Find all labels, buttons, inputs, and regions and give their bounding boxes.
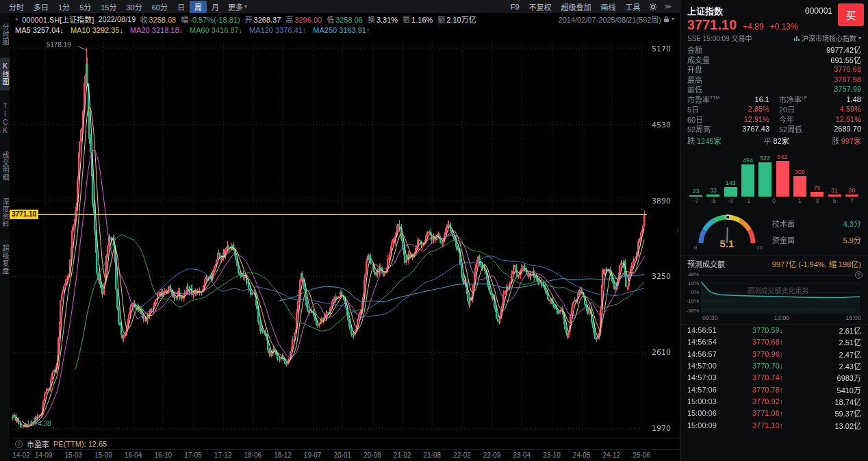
x-axis-date: 24-12 (600, 451, 623, 459)
gauge-min-label: 0 (694, 245, 697, 251)
tick-time: 15:00:06 (687, 409, 752, 417)
distribution-axis-label: -7 (690, 197, 702, 204)
distribution-bar: 30 (843, 187, 860, 197)
tick-row: 14:57:033770.74↑6983万 (687, 372, 861, 384)
tick-amount: 13.02亿 (834, 420, 861, 431)
ohlc-field: 额2.10万亿 (437, 14, 476, 25)
help-icon[interactable]: ? (15, 440, 23, 448)
tab-super-replay[interactable]: 超级复盘 (0, 240, 10, 279)
ohlc-field: 高3296.00 (285, 14, 322, 25)
forecast-trend-chart: 38%19%0%-19%-38% 预测成交额变化走势 ? 09:3013:001… (680, 270, 868, 321)
toolbar-item[interactable]: F9 (506, 3, 524, 11)
gauge-score: 5.1 (720, 238, 735, 249)
x-axis-date: 18-06 (241, 451, 264, 459)
distribution-bar: 522 (756, 155, 774, 197)
tick-price: 3770.70↓ (752, 362, 807, 370)
trading-app: 分时多日1分5分15分30分60分日周月 更多 ▾ F9不复权超级叠加画线工具 … (0, 0, 868, 461)
collapse-chart-icon[interactable]: › (676, 225, 679, 234)
bar-value-label: 30 (848, 187, 855, 194)
period-tab[interactable]: 1分 (53, 1, 75, 13)
stat-row: 60日12.91%今年12.51% (680, 114, 868, 125)
tick-amount: 2.51亿 (839, 336, 861, 347)
tab-trade-details[interactable]: 成交明细 (0, 147, 10, 186)
tick-list[interactable]: 14:56:513770.59↓2.61亿14:56:543770.68↑2.5… (680, 324, 868, 461)
forecast-watermark: 预测成交额变化走势 (747, 284, 808, 295)
kline-chart: 3771.10 5178.19 1974.38 › (10, 35, 680, 438)
tab-kline-chart[interactable]: K线图 (0, 58, 10, 90)
index-group-selector[interactable]: 沪深市场核心指数 ▾ (794, 33, 861, 43)
session-status: SSE 15:00:09 交易中 (687, 33, 752, 43)
peak-price-label: 5178.19 (47, 41, 71, 49)
x-axis-date: 16-10 (151, 451, 175, 459)
tick-price: 3770.68↑ (752, 338, 807, 346)
forecast-y-label: -19% (686, 298, 699, 304)
toolbar-item[interactable]: 超级叠加 (557, 1, 596, 12)
stat-row: 金额9977.42亿 (680, 45, 868, 55)
forecast-x-label: 15:00 (845, 314, 861, 321)
bar-value-label: 542 (778, 153, 788, 160)
toolbar-item[interactable]: 画线 (596, 1, 621, 12)
ohlc-field: 开3268.37 (245, 14, 281, 25)
period-tab[interactable]: 30分 (122, 1, 147, 13)
period-tab[interactable]: 5分 (75, 1, 96, 13)
period-tab[interactable]: 多日 (29, 1, 53, 13)
help-icon[interactable]: ? (855, 271, 863, 279)
period-tab[interactable]: 日 (173, 1, 190, 13)
toolbar-item[interactable]: 工具 (621, 1, 646, 12)
period-tab[interactable]: 60分 (147, 1, 173, 13)
turnover-forecast-row: 预测成交额 9977亿 (-1.94%, 缩 198亿) (680, 255, 868, 270)
distribution-chart: 2333143494522542309763130 -7-5-3-101357 (687, 151, 861, 205)
tick-row: 14:56:513770.59↓2.61亿 (687, 325, 861, 336)
x-axis-date: 20-01 (331, 451, 354, 459)
gauge-max-label: 10 (756, 245, 763, 251)
period-tab[interactable]: 15分 (96, 1, 121, 13)
toolbar-item[interactable]: 不复权 (524, 1, 557, 12)
chart-content: 分时图K线图TICK成交明细深度资料超级复盘 ● 000001.SH[上证指数]… (0, 13, 680, 461)
settings-gear-icon[interactable] (646, 3, 661, 11)
tick-amount: 59.37亿 (834, 408, 861, 419)
ohlc-field: 振1.16% (403, 14, 433, 25)
sentiment-score-row: 资金面5.9分 (772, 234, 861, 245)
bar-value-label: 522 (760, 155, 770, 162)
date-range-label: 2014/02/07-2025/08/21(592周) (559, 14, 661, 25)
tick-time: 14:56:54 (687, 338, 752, 346)
x-axis-date: 21-08 (420, 451, 444, 459)
bar-value-label: 76 (814, 184, 821, 191)
bar-value-label: 31 (831, 187, 838, 194)
period-tab[interactable]: 月 (207, 1, 224, 13)
tick-row: 15:00:063771.06↑59.37亿 (687, 408, 861, 419)
x-axis-date: 23-10 (540, 451, 563, 459)
more-periods-menu[interactable]: 更多 ▾ (224, 1, 251, 12)
index-code: 000001 (805, 6, 832, 16)
index-group-label: 沪深市场核心指数 (802, 33, 856, 43)
bar-value-label: 494 (743, 157, 753, 164)
kline-canvas[interactable] (10, 35, 680, 438)
x-axis-date: 14-09 (32, 451, 55, 459)
ohlc-field: 收3258.08 (140, 14, 176, 25)
stat-row: 52周高3767.4352周低2689.70 (680, 124, 868, 134)
forecast-value: 9977亿 (-1.94%, 缩 198亿) (772, 258, 861, 269)
more-label: 更多 (228, 1, 243, 12)
tick-time: 14:57:06 (687, 386, 752, 394)
session-row: SSE 15:00:09 交易中 沪深市场核心指数 ▾ (680, 32, 868, 45)
tick-time: 14:56:51 (687, 326, 752, 334)
pe-indicator-bar: ? 市盈率 PE(TTM): 12.65 (10, 438, 680, 450)
buy-button[interactable]: 买 (838, 3, 864, 26)
period-tab[interactable]: 周 (190, 1, 207, 13)
tab-tick[interactable]: TICK (0, 97, 10, 140)
x-axis-date: 22-09 (481, 451, 504, 459)
tab-depth-info[interactable]: 深度资料 (0, 193, 10, 233)
x-axis-date: 15-03 (62, 451, 85, 459)
tab-time-chart[interactable]: 分时图 (0, 18, 10, 51)
tick-price: 3770.59↓ (752, 326, 807, 334)
period-tabs: 分时多日1分5分15分30分60分日周月 (4, 1, 224, 13)
period-tab[interactable]: 分时 (4, 1, 29, 13)
pe-value: PE(TTM): 12.65 (53, 440, 107, 448)
date-range-selector[interactable]: 2014/02/07-2025/08/21(592周) ▾ (559, 14, 674, 25)
chevron-down-icon: ▾ (672, 16, 674, 22)
tick-row: 14:56:543770.68↑2.51亿 (687, 336, 861, 348)
sentiment-gauge-section: 5.1 0 10 技术面4.3分资金面5.9分 (680, 205, 868, 250)
tick-price: 3770.96↑ (752, 350, 807, 358)
market-breadth: 跌1245家 平82家 涨997家 (680, 134, 868, 146)
double-chevron-icon[interactable]: ≫ (661, 3, 676, 10)
